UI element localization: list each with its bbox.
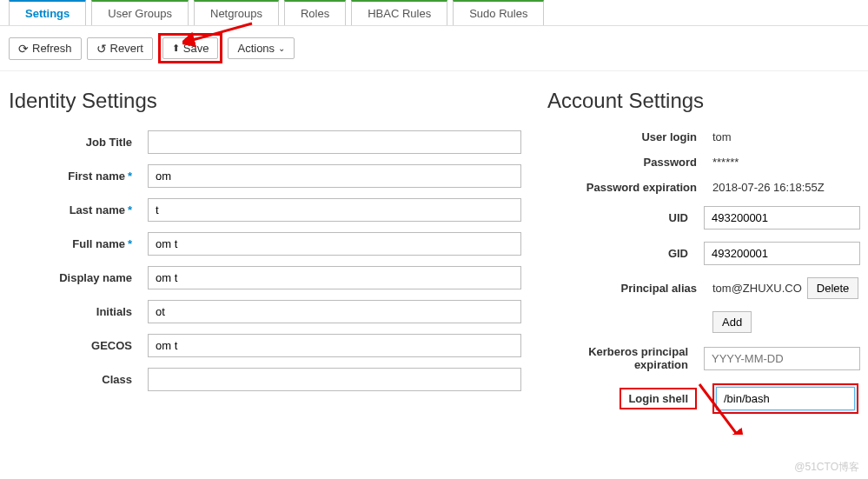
- tab-settings[interactable]: Settings: [9, 0, 86, 25]
- uid-label: UID: [547, 211, 704, 224]
- revert-label: Revert: [110, 42, 143, 55]
- account-settings-title: Account Settings: [547, 89, 860, 113]
- tab-netgroups[interactable]: Netgroups: [194, 0, 279, 25]
- save-label: Save: [183, 42, 209, 55]
- tab-hbac-rules[interactable]: HBAC Rules: [351, 0, 447, 25]
- principal-alias-value: tom@ZHUXU.CO: [712, 282, 802, 295]
- principal-alias-label: Principal alias: [547, 282, 712, 295]
- refresh-label: Refresh: [32, 42, 72, 55]
- gecos-input[interactable]: [148, 334, 521, 357]
- job-title-input[interactable]: [148, 130, 521, 154]
- gid-input[interactable]: [704, 242, 860, 265]
- password-expiration-value: 2018-07-26 16:18:55Z: [712, 181, 825, 194]
- revert-button[interactable]: Revert: [87, 37, 153, 60]
- password-expiration-label: Password expiration: [547, 181, 712, 194]
- first-name-label: First name*: [9, 170, 148, 183]
- kerberos-expiration-input[interactable]: [704, 347, 860, 370]
- toolbar: Refresh Revert Save Actions: [0, 26, 868, 71]
- tab-sudo-rules[interactable]: Sudo Rules: [453, 0, 544, 25]
- user-login-value: tom: [712, 130, 732, 143]
- display-name-input[interactable]: [148, 266, 521, 289]
- class-input[interactable]: [148, 368, 521, 391]
- kerberos-expiration-label: Kerberos principal expiration: [547, 345, 704, 371]
- uid-input[interactable]: [704, 206, 860, 230]
- principal-alias-add-button[interactable]: Add: [712, 311, 752, 333]
- password-label: Password: [547, 156, 712, 169]
- initials-label: Initials: [9, 305, 148, 318]
- login-shell-label-highlight: Login shell: [620, 388, 697, 409]
- actions-label: Actions: [237, 42, 275, 55]
- full-name-input[interactable]: [148, 232, 521, 256]
- last-name-label: Last name*: [9, 203, 148, 216]
- tab-roles[interactable]: Roles: [284, 0, 346, 25]
- initials-input[interactable]: [148, 300, 521, 323]
- principal-alias-delete-button[interactable]: Delete: [807, 277, 859, 299]
- tab-bar: Settings User Groups Netgroups Roles HBA…: [0, 0, 868, 26]
- revert-icon: [96, 42, 107, 56]
- login-shell-input[interactable]: [716, 387, 855, 410]
- display-name-label: Display name: [9, 271, 148, 284]
- user-login-label: User login: [547, 130, 712, 143]
- full-name-label: Full name*: [9, 237, 148, 250]
- save-icon: [172, 42, 180, 55]
- save-button[interactable]: Save: [162, 37, 219, 59]
- identity-settings-title: Identity Settings: [9, 89, 547, 113]
- refresh-icon: [18, 42, 29, 56]
- gecos-label: GECOS: [9, 339, 148, 352]
- actions-dropdown[interactable]: Actions: [228, 37, 295, 59]
- gid-label: GID: [547, 247, 704, 260]
- save-highlight-annotation: Save: [158, 33, 223, 63]
- last-name-input[interactable]: [148, 198, 521, 222]
- login-shell-label-wrap: Login shell: [547, 392, 712, 405]
- class-label: Class: [9, 373, 148, 386]
- tab-user-groups[interactable]: User Groups: [91, 0, 189, 25]
- password-value: ******: [712, 156, 739, 169]
- login-shell-input-highlight: [712, 383, 858, 414]
- refresh-button[interactable]: Refresh: [9, 37, 82, 60]
- job-title-label: Job Title: [9, 136, 148, 149]
- first-name-input[interactable]: [148, 164, 521, 188]
